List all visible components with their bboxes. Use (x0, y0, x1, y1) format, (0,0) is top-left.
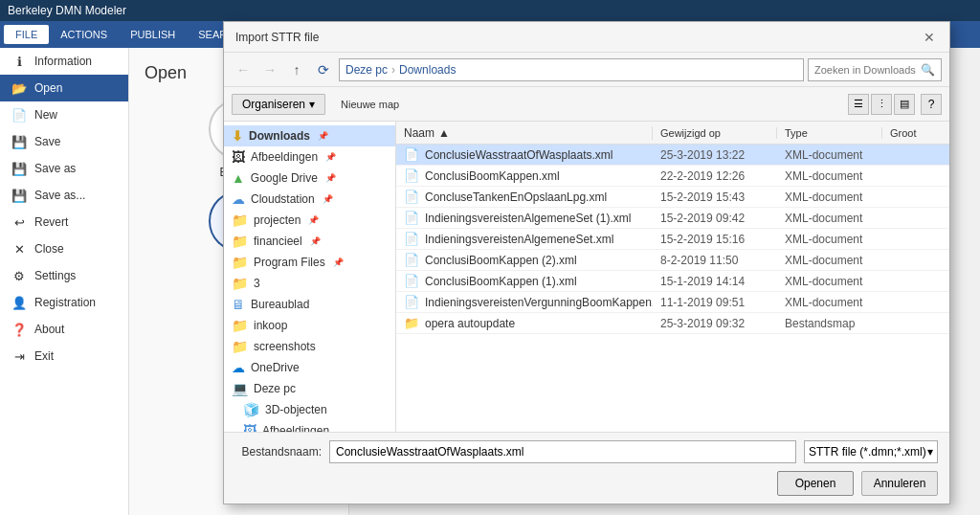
sidebar-item-save-as[interactable]: 💾 Save as (0, 155, 128, 182)
path-bar[interactable]: Deze pc › Downloads (339, 58, 804, 81)
pin-icon-2: 📌 (325, 152, 336, 162)
dialog-buttons-row: Openen Annuleren (224, 467, 949, 504)
sidebar-item-registration[interactable]: 👤 Registration (0, 289, 128, 316)
table-row[interactable]: 📄 ConcluseTankenEnOpslaanLpg.xml 15-2-20… (396, 187, 949, 208)
view-details-button[interactable]: ⋮ (871, 94, 892, 115)
sidebar-item-afbeeldingen2[interactable]: 🖼 Afbeeldingen (224, 420, 395, 432)
table-row[interactable]: 📄 IndieningsvereistenAlgemeneSet (1).xml… (396, 208, 949, 229)
file-name-cell: 📁 opera autoupdate (396, 316, 653, 330)
col-size[interactable]: Groot (882, 127, 949, 139)
xml-file-icon: 📄 (404, 190, 419, 204)
back-button[interactable]: ← (232, 58, 255, 81)
sidebar-item-deze-pc[interactable]: 💻 Deze pc (224, 378, 395, 399)
col-name[interactable]: Naam ▲ (396, 126, 653, 140)
sidebar-item-3[interactable]: 📁 3 (224, 273, 395, 294)
sidebar-item-onedrive[interactable]: ☁ OneDrive (224, 357, 395, 378)
sidebar-item-screenshots[interactable]: 📁 screenshots (224, 336, 395, 357)
search-box[interactable]: 🔍 (808, 58, 942, 81)
table-row[interactable]: 📄 ConclusiBoomKappen (2).xml 8-2-2019 11… (396, 250, 949, 271)
dialog-main: ⬇ Downloads 📌 🖼 Afbeeldingen 📌 ▲ Google … (224, 122, 949, 432)
open-icon: 📂 (11, 80, 27, 96)
xml-file-icon: 📄 (404, 232, 419, 246)
sidebar-item-afbeeldingen[interactable]: 🖼 Afbeeldingen 📌 (224, 146, 395, 168)
sidebar-item-bureaublad[interactable]: 🖥 Bureaublad (224, 294, 395, 315)
organize-button[interactable]: Organiseren ▾ (232, 94, 325, 115)
screenshots-icon: 📁 (232, 339, 248, 354)
menu-publish[interactable]: PUBLISH (119, 25, 187, 44)
col-type[interactable]: Type (777, 127, 882, 139)
menu-actions[interactable]: ACTIONS (49, 25, 119, 44)
new-icon: 📄 (11, 107, 27, 123)
refresh-button[interactable]: ⟳ (312, 58, 335, 81)
table-row[interactable]: 📄 ConclusieWasstraatOfWasplaats.xml 25-3… (396, 145, 949, 166)
sidebar-item-information[interactable]: ℹ Information (0, 48, 128, 75)
sidebar-item-program-files[interactable]: 📁 Program Files 📌 (224, 252, 395, 273)
pin-icon-5: 📌 (308, 215, 319, 225)
file-name-cell: 📄 ConcluseTankenEnOpslaanLpg.xml (396, 190, 653, 204)
cancel-button[interactable]: Annuleren (861, 471, 938, 496)
app-title: Berkeley DMN Modeler (8, 4, 126, 17)
new-folder-button[interactable]: Nieuwe map (333, 96, 407, 113)
view-tiles-button[interactable]: ▤ (894, 94, 915, 115)
open-button[interactable]: Openen (777, 471, 854, 496)
dialog-title-controls: ✕ (921, 29, 938, 46)
pin-icon-3: 📌 (325, 173, 336, 183)
col-date[interactable]: Gewijzigd op (653, 127, 777, 139)
import-dialog: Import STTR file ✕ ← → ↑ ⟳ Deze pc › Dow… (223, 21, 950, 504)
sidebar-item-3d-objecten[interactable]: 🧊 3D-objecten (224, 399, 395, 420)
sidebar-item-new[interactable]: 📄 New (0, 101, 128, 128)
organize-chevron-icon: ▾ (309, 98, 315, 111)
sidebar-item-settings[interactable]: ⚙ Settings (0, 262, 128, 289)
sidebar-item-financieel[interactable]: 📁 financieel 📌 (224, 231, 395, 252)
pin-icon: 📌 (318, 131, 328, 141)
table-row[interactable]: 📄 ConclusiBoomKappen.xml 22-2-2019 12:26… (396, 166, 949, 187)
file-date-cell: 11-1-2019 09:51 (653, 296, 777, 309)
deze-pc-icon: 💻 (232, 381, 248, 396)
downloads-icon: ⬇ (232, 128, 243, 144)
menu-file[interactable]: FILE (4, 25, 49, 44)
sidebar-item-cloudstation[interactable]: ☁ Cloudstation 📌 (224, 189, 395, 210)
dialog-close-button[interactable]: ✕ (921, 29, 938, 46)
forward-button[interactable]: → (258, 58, 281, 81)
table-row[interactable]: 📄 IndieningsvereistenAlgemeneSet.xml 15-… (396, 229, 949, 250)
xml-file-icon: 📄 (404, 274, 419, 288)
file-name-cell: 📄 IndieningsvereistenAlgemeneSet.xml (396, 232, 653, 246)
view-list-button[interactable]: ☰ (848, 94, 869, 115)
file-date-cell: 15-1-2019 14:14 (653, 275, 777, 288)
file-name-cell: 📄 ConclusieWasstraatOfWasplaats.xml (396, 147, 653, 162)
onedrive-icon: ☁ (232, 360, 245, 375)
table-row[interactable]: 📁 opera autoupdate 25-3-2019 09:32 Besta… (396, 313, 949, 334)
table-row[interactable]: 📄 IndieningsvereistenVergunningBoomKappe… (396, 292, 949, 313)
sidebar-item-google-drive[interactable]: ▲ Google Drive 📌 (224, 168, 395, 189)
sidebar-item-about[interactable]: ❓ About (0, 316, 128, 343)
file-date-cell: 15-2-2019 15:16 (653, 233, 777, 246)
help-button[interactable]: ? (921, 94, 942, 115)
file-date-cell: 15-2-2019 09:42 (653, 212, 777, 225)
file-date-cell: 25-3-2019 13:22 (653, 148, 777, 162)
sidebar-item-revert[interactable]: ↩ Revert (0, 209, 128, 235)
folder-icon: 📁 (404, 316, 419, 330)
settings-icon: ⚙ (11, 268, 27, 283)
search-input[interactable] (814, 64, 921, 76)
path-deze-pc[interactable]: Deze pc (345, 63, 388, 77)
dialog-title-bar: Import STTR file ✕ (224, 22, 949, 53)
afbeeldingen2-icon: 🖼 (243, 423, 256, 432)
table-row[interactable]: 📄 ConclusiBoomKappen (1).xml 15-1-2019 1… (396, 271, 949, 292)
sidebar-item-save-as2[interactable]: 💾 Save as... (0, 182, 128, 209)
sidebar-item-downloads[interactable]: ⬇ Downloads 📌 (224, 125, 395, 146)
path-downloads[interactable]: Downloads (399, 63, 456, 77)
filetype-select[interactable]: STTR file (*.dmn;*.xml) ▾ (804, 440, 938, 463)
sidebar-item-inkoop[interactable]: 📁 inkoop (224, 315, 395, 336)
sidebar-item-close[interactable]: ✕ Close (0, 235, 128, 262)
xml-file-icon: 📄 (404, 168, 419, 183)
program-files-icon: 📁 (232, 255, 248, 270)
sidebar-item-projecten[interactable]: 📁 projecten 📌 (224, 210, 395, 231)
sidebar-item-exit[interactable]: ⇥ Exit (0, 343, 128, 369)
file-name-cell: 📄 IndieningsvereistenAlgemeneSet (1).xml (396, 211, 653, 225)
filename-input[interactable] (329, 440, 796, 463)
up-button[interactable]: ↑ (285, 58, 308, 81)
sidebar-item-open[interactable]: 📂 Open (0, 75, 128, 101)
inkoop-icon: 📁 (232, 318, 248, 333)
sidebar-item-save[interactable]: 💾 Save (0, 128, 128, 155)
information-icon: ℹ (11, 54, 27, 69)
